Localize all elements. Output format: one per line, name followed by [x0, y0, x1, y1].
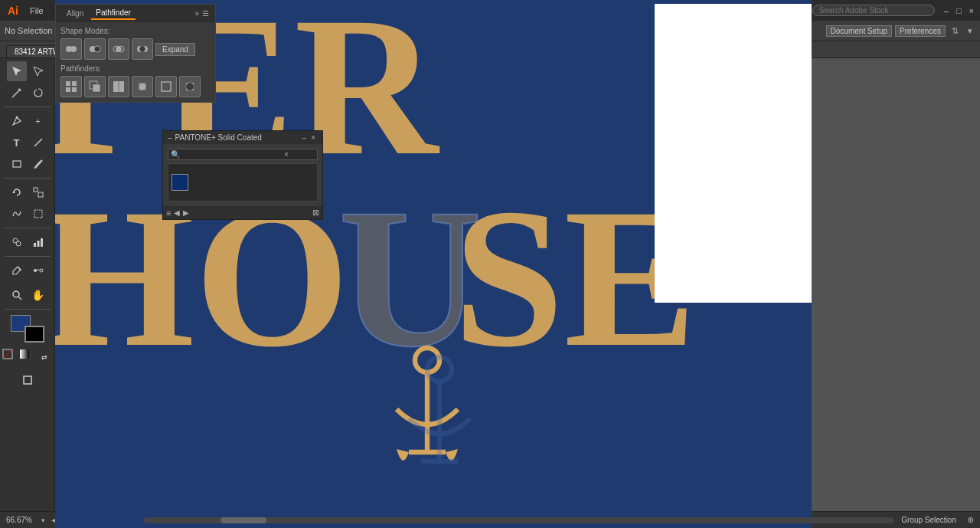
direct-select-tool[interactable]: [28, 61, 48, 81]
toolbar-divider-4: [5, 256, 51, 257]
svg-point-10: [16, 241, 21, 246]
delete-swatch-icon[interactable]: ⊠: [312, 208, 319, 218]
pantone-2955-swatch[interactable]: [172, 174, 188, 191]
menu-file[interactable]: File: [24, 5, 49, 17]
minus-back-button[interactable]: [179, 76, 201, 97]
expand-icon[interactable]: ▾: [965, 26, 975, 36]
svg-rect-11: [34, 243, 36, 247]
graph-tool[interactable]: [28, 232, 48, 252]
document-setup-button[interactable]: Document Setup: [826, 25, 893, 37]
swap-colors-icon[interactable]: ⇄: [34, 347, 54, 367]
pantone-close-icon[interactable]: ×: [309, 133, 318, 142]
svg-line-20: [3, 349, 12, 359]
svg-point-52: [139, 84, 145, 90]
search-icon: 🔍: [171, 150, 180, 159]
zoom-label: 66.67%: [6, 516, 37, 524]
eyedropper-tool[interactable]: [7, 261, 27, 280]
exclude-button[interactable]: [132, 38, 153, 60]
pathfinder-tool[interactable]: [7, 232, 27, 252]
svg-line-14: [18, 267, 21, 270]
magic-wand-tool[interactable]: [7, 83, 27, 103]
artboard-canvas: [655, 4, 812, 303]
shape-modes-label: Shape Modes:: [60, 27, 211, 35]
align-tab[interactable]: Align: [62, 8, 88, 19]
status-text: Group Selection: [901, 516, 956, 524]
expand-more-icon[interactable]: »: [194, 9, 199, 18]
color-boxes: [11, 315, 44, 343]
rotate-tool[interactable]: [7, 182, 27, 202]
merge-button[interactable]: [108, 76, 129, 97]
minus-front-button[interactable]: [84, 38, 106, 60]
next-swatch-icon[interactable]: ▶: [183, 208, 189, 217]
zoom-tool[interactable]: [7, 285, 27, 305]
svg-rect-21: [20, 349, 29, 359]
maximize-icon[interactable]: □: [953, 6, 965, 15]
pathfinder-buttons: [60, 76, 211, 97]
minimize-icon[interactable]: –: [941, 6, 952, 15]
clear-search-icon[interactable]: ×: [284, 150, 289, 159]
pantone-title: PANTONE+ Solid Coated: [175, 133, 262, 142]
svg-rect-49: [93, 84, 100, 92]
main-area: + T: [0, 58, 980, 511]
pathfinder-panel-header: Align Pathfinder » ☰: [56, 5, 215, 22]
color-swatch-area: [168, 163, 318, 202]
trim-button[interactable]: [84, 76, 106, 97]
svg-marker-8: [34, 210, 42, 218]
preferences-button[interactable]: Preferences: [895, 25, 946, 37]
prev-swatch-icon[interactable]: ◀: [174, 208, 180, 217]
outline-button[interactable]: [155, 76, 177, 97]
unite-button[interactable]: [60, 38, 82, 60]
svg-rect-12: [37, 241, 39, 247]
pen-tool[interactable]: [7, 111, 27, 131]
type-tool[interactable]: T: [7, 133, 27, 152]
svg-rect-22: [24, 376, 31, 384]
scroll-bar-area: [141, 517, 897, 523]
expand-button[interactable]: Expand: [155, 43, 195, 56]
svg-line-3: [34, 139, 42, 146]
svg-rect-46: [66, 87, 70, 92]
pantone-minimize-icon[interactable]: –: [300, 133, 309, 142]
svg-rect-4: [13, 161, 21, 167]
rectangle-tool[interactable]: [7, 154, 27, 174]
search-input[interactable]: [812, 5, 935, 16]
divide-button[interactable]: [60, 76, 82, 97]
svg-point-36: [70, 46, 77, 52]
close-icon[interactable]: ×: [966, 6, 977, 15]
blend-tool[interactable]: [28, 261, 48, 280]
pathfinders-label: Pathfinders:: [60, 64, 211, 73]
warp-tool[interactable]: [7, 204, 27, 224]
shape-modes-buttons: Expand: [60, 38, 211, 60]
pantone-search-input[interactable]: 2955: [182, 150, 282, 159]
panel-menu-icon[interactable]: ☰: [202, 9, 209, 18]
gradient-swatch[interactable]: [18, 347, 31, 361]
line-tool[interactable]: [28, 133, 48, 152]
stroke-swatch[interactable]: [24, 326, 44, 343]
scale-tool[interactable]: [28, 182, 48, 202]
svg-point-15: [34, 269, 37, 272]
svg-rect-44: [66, 81, 70, 86]
swatch-list-icon[interactable]: ≡: [166, 208, 171, 218]
crop-button[interactable]: [132, 76, 153, 97]
drawing-mode-normal[interactable]: [18, 370, 38, 390]
svg-line-18: [18, 297, 21, 300]
toolbar-divider-1: [5, 107, 51, 107]
arrange-icon[interactable]: ⇅: [949, 26, 962, 36]
free-transform-tool[interactable]: [28, 204, 48, 224]
select-tool[interactable]: [7, 61, 27, 81]
none-swatch[interactable]: [1, 347, 15, 361]
horizontal-scrollbar-thumb[interactable]: [220, 517, 266, 523]
bottom-options-icon[interactable]: ⊕: [967, 515, 974, 525]
svg-point-57: [186, 83, 194, 90]
pan-tool[interactable]: ✋: [28, 285, 48, 305]
toolbar-divider-5: [5, 309, 51, 310]
lasso-tool[interactable]: [28, 83, 48, 103]
add-anchor-tool[interactable]: +: [28, 111, 48, 131]
zoom-dropdown-icon[interactable]: ▾: [41, 517, 45, 524]
pathfinder-tab[interactable]: Pathfinder: [91, 7, 136, 20]
intersect-button[interactable]: [108, 38, 129, 60]
paintbrush-tool[interactable]: [28, 154, 48, 174]
svg-rect-45: [72, 81, 77, 86]
pantone-panel: – PANTONE+ Solid Coated – × 🔍 2955 × ≡ ◀: [162, 130, 323, 220]
svg-line-0: [12, 90, 19, 97]
left-toolbar: + T: [0, 58, 55, 511]
